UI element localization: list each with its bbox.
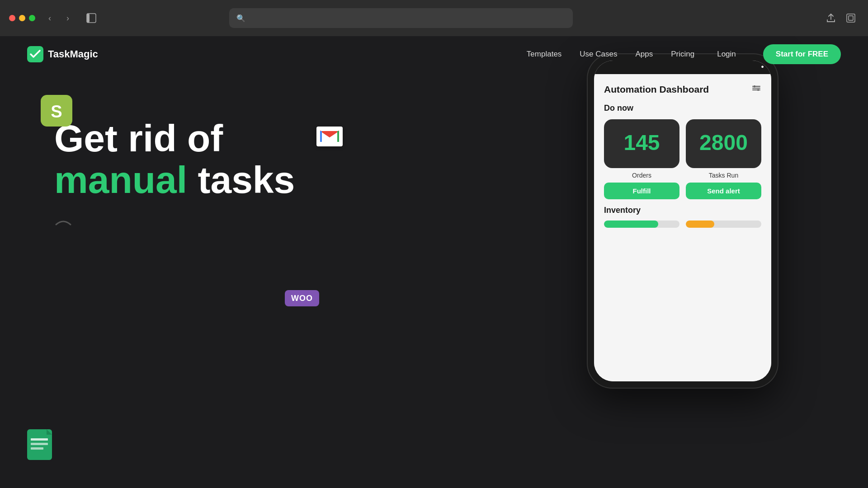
nav-login-link[interactable]: Login bbox=[717, 50, 736, 59]
browser-actions bbox=[823, 10, 859, 26]
logo[interactable]: TaskMagic bbox=[27, 46, 98, 62]
floating-gmail-icon bbox=[316, 127, 344, 154]
tasks-run-number: 2800 bbox=[699, 132, 748, 154]
nav-link-use-cases[interactable]: Use Cases bbox=[580, 50, 617, 59]
phone-screen: ● Automation Dashboard bbox=[594, 61, 771, 381]
phone-body: Automation Dashboard Do now bbox=[594, 74, 771, 381]
svg-rect-11 bbox=[31, 438, 48, 441]
svg-rect-2 bbox=[847, 14, 855, 22]
inventory-progress-1 bbox=[604, 221, 679, 228]
address-bar[interactable]: 🔍 bbox=[229, 8, 573, 28]
logo-text: TaskMagic bbox=[48, 48, 98, 60]
stats-row: 145 Orders Fulfill 2800 Tasks Run Send a… bbox=[604, 119, 761, 199]
phone-settings-icon[interactable] bbox=[751, 83, 761, 95]
traffic-lights bbox=[9, 15, 35, 21]
svg-rect-13 bbox=[31, 447, 43, 450]
tasks-run-stat-column: 2800 Tasks Run Send alert bbox=[686, 119, 761, 199]
maximize-button[interactable] bbox=[29, 15, 35, 21]
navbar: TaskMagic Templates Use Cases Apps Prici… bbox=[0, 36, 868, 72]
nav-buttons: ‹ › bbox=[42, 11, 75, 25]
svg-point-17 bbox=[754, 85, 755, 87]
loading-indicator bbox=[54, 217, 72, 226]
send-alert-button[interactable]: Send alert bbox=[686, 183, 761, 199]
svg-rect-9 bbox=[337, 131, 339, 142]
svg-rect-12 bbox=[31, 443, 48, 445]
tasks-run-stat-card: 2800 bbox=[686, 119, 761, 168]
orders-number: 145 bbox=[623, 132, 660, 154]
hero-title-highlight: manual bbox=[54, 159, 187, 201]
phone-frame: ● Automation Dashboard bbox=[588, 54, 778, 388]
nav-links: Templates Use Cases Apps Pricing Login S… bbox=[527, 44, 841, 64]
close-button[interactable] bbox=[9, 15, 15, 21]
inventory-section: Inventory bbox=[604, 206, 761, 228]
nav-link-apps[interactable]: Apps bbox=[635, 50, 653, 59]
svg-point-18 bbox=[757, 89, 759, 91]
page-content: TaskMagic Templates Use Cases Apps Prici… bbox=[0, 36, 868, 488]
svg-rect-3 bbox=[849, 16, 853, 20]
hero-title-line2: tasks bbox=[198, 159, 295, 201]
minimize-button[interactable] bbox=[19, 15, 25, 21]
hero-title-line1: Get rid of bbox=[54, 117, 223, 160]
orders-stat-card: 145 bbox=[604, 119, 679, 168]
sidebar-toggle-button[interactable] bbox=[82, 9, 100, 27]
svg-text:S: S bbox=[51, 102, 62, 121]
back-button[interactable]: ‹ bbox=[42, 11, 57, 25]
floating-woocommerce-badge: WOO bbox=[285, 294, 319, 303]
inventory-fill-orange bbox=[686, 221, 714, 228]
do-now-label: Do now bbox=[604, 103, 761, 113]
inventory-fill-green bbox=[604, 221, 658, 228]
floating-shopify-icon: S bbox=[41, 95, 72, 127]
floating-google-sheets-icon bbox=[27, 429, 54, 461]
share-button[interactable] bbox=[823, 10, 839, 26]
progress-bar-row bbox=[604, 221, 761, 228]
phone-dashboard-title: Automation Dashboard bbox=[604, 84, 709, 95]
taskmagic-logo-icon bbox=[27, 46, 43, 62]
fullscreen-button[interactable] bbox=[843, 10, 859, 26]
start-free-button[interactable]: Start for FREE bbox=[763, 44, 841, 64]
browser-chrome: ‹ › 🔍 bbox=[0, 0, 868, 36]
fulfill-button[interactable]: Fulfill bbox=[604, 183, 679, 199]
inventory-progress-2 bbox=[686, 221, 761, 228]
orders-stat-column: 145 Orders Fulfill bbox=[604, 119, 679, 199]
svg-rect-1 bbox=[87, 14, 90, 23]
svg-rect-8 bbox=[320, 131, 322, 142]
inventory-label: Inventory bbox=[604, 206, 761, 215]
forward-button[interactable]: › bbox=[61, 11, 75, 25]
phone-header: Automation Dashboard bbox=[604, 83, 761, 95]
phone-mockup: ● Automation Dashboard bbox=[588, 54, 778, 388]
search-icon: 🔍 bbox=[236, 14, 245, 23]
nav-link-templates[interactable]: Templates bbox=[527, 50, 561, 59]
tasks-run-label: Tasks Run bbox=[709, 172, 738, 179]
orders-label: Orders bbox=[632, 172, 651, 179]
nav-link-pricing[interactable]: Pricing bbox=[671, 50, 694, 59]
